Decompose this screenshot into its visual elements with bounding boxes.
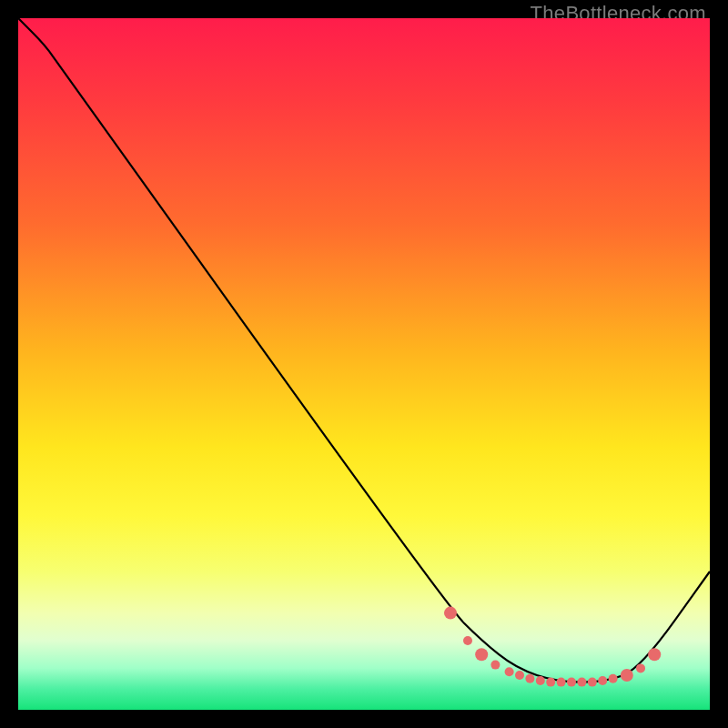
highlight-dot [577,678,586,687]
highlight-dot [588,678,597,687]
highlight-dot [463,636,472,645]
bottleneck-chart [18,18,710,710]
highlight-dot [475,648,488,661]
highlight-dot [525,674,534,683]
highlight-dot [636,663,645,672]
highlight-dot [536,676,545,685]
highlight-dot [490,661,500,670]
highlight-dot [444,607,457,620]
highlight-dot [598,676,607,685]
highlight-dot [546,678,555,687]
highlight-dot [609,674,618,683]
highlight-dot [505,667,514,676]
gradient-background [18,18,710,710]
highlight-dot [515,671,524,680]
highlight-dot [648,648,661,661]
highlight-dot [621,669,633,682]
highlight-dot [557,678,566,687]
highlight-dot [567,678,576,687]
